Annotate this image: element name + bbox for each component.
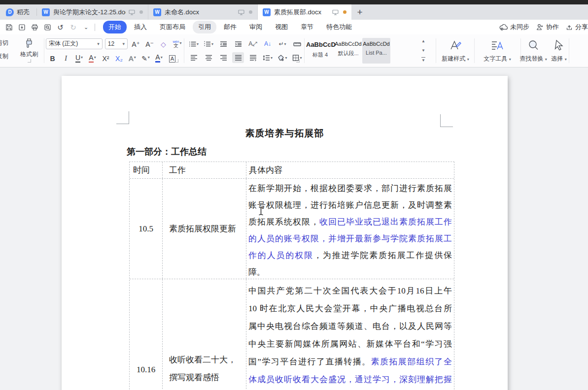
italic-button[interactable]: I [60, 52, 71, 64]
gallery-scrollbar: ▲ ▼ ▼ [418, 38, 428, 64]
table-row: 10.16 收听收看二十大，撰写观看感悟 中国共产党第二十次全国代表大会于10月… [130, 279, 454, 390]
phonetic-guide-button[interactable]: wén 文 ▾ [172, 38, 183, 49]
print-preview-icon[interactable] [43, 22, 52, 32]
ribbon-toolbar: 剪切 复制 格式刷 宋体 (正文) ▾ 12 ▾ A⁺ A⁻ ◇ [0, 34, 588, 67]
shading-icon[interactable]: ▾ [277, 52, 288, 63]
menu-mailings[interactable]: 邮件 [218, 21, 242, 33]
presentation-monitor-icon[interactable] [129, 9, 135, 15]
chevron-down-icon: ▾ [179, 41, 181, 45]
new-tab-button[interactable]: + [351, 4, 368, 20]
document-page[interactable]: 素质培养与拓展部 第一部分：工作总结 时间 工作 具体内容 10.5 素质拓展权… [62, 76, 508, 390]
align-left-icon[interactable] [188, 52, 200, 63]
ruler-icon[interactable] [291, 38, 303, 49]
unsaved-dot-icon [139, 10, 143, 14]
print-icon[interactable] [31, 22, 39, 32]
header-cell-work[interactable]: 工作 [162, 162, 246, 178]
character-scale-icon[interactable]: A⤢ [247, 38, 259, 49]
numbered-list-icon[interactable]: ▾ [203, 38, 214, 49]
justify-icon[interactable] [232, 52, 244, 63]
cell-work[interactable]: 素质拓展权限更新 [162, 179, 246, 279]
font-size-select[interactable]: 12 ▾ [105, 38, 128, 49]
distribute-text-icon[interactable] [247, 52, 259, 63]
style-item-list-paragraph[interactable]: AaBbCcDd List Pa... [362, 38, 390, 64]
text-direction-icon[interactable]: A↓ [262, 38, 274, 49]
cell-detail[interactable]: 中国共产党第二十次全国代表大会于10月16日上午10 时在北京人民大会堂开幕，中… [246, 279, 454, 390]
format-painter-icon [24, 38, 34, 49]
new-style-button[interactable]: 新建样式 ▾ [438, 38, 473, 63]
cell-work[interactable]: 收听收看二十大，撰写观看感悟 [162, 279, 246, 390]
shrink-font-button[interactable]: A⁻ [144, 38, 155, 49]
margin-mark-top-right [440, 114, 453, 127]
gallery-expand-icon[interactable]: ▼ [421, 57, 425, 63]
menu-insert[interactable]: 插入 [129, 21, 152, 33]
menu-review[interactable]: 审阅 [244, 21, 268, 33]
header-cell-detail[interactable]: 具体内容 [246, 162, 454, 178]
document-tab-active[interactable]: W 素质拓展部.docx [258, 4, 351, 20]
line-break-icon[interactable]: ↵ ▾ [277, 38, 288, 49]
clipboard-dialog-launcher[interactable] [28, 59, 31, 63]
copy-button[interactable]: 复制 [0, 52, 13, 61]
document-title[interactable]: 素质培养与拓展部 [62, 127, 508, 140]
style-item-default-paragraph[interactable]: AaBbCcDd 默认段... [334, 38, 362, 64]
collaborate-button[interactable]: 协作 [536, 23, 559, 32]
docer-button[interactable]: D 稻壳 [0, 4, 36, 20]
menu-special-features[interactable]: 特色功能 [321, 21, 357, 33]
superscript-button[interactable]: X² [100, 52, 111, 64]
cell-time[interactable]: 10.16 [130, 279, 162, 390]
sync-status-button[interactable]: 未同步 [499, 23, 529, 32]
clear-format-icon[interactable]: ◇ [158, 38, 169, 49]
save-icon[interactable] [5, 22, 13, 32]
menu-page-layout[interactable]: 页面布局 [154, 21, 191, 33]
export-pdf-icon[interactable] [18, 22, 26, 32]
paragraph-dialog-launcher[interactable] [296, 59, 300, 63]
chevron-down-icon: ▾ [134, 55, 136, 60]
increase-indent-icon[interactable] [232, 38, 244, 49]
grow-font-button[interactable]: A⁺ [130, 38, 141, 49]
cut-button[interactable]: 剪切 [0, 39, 13, 47]
decrease-indent-icon[interactable] [217, 38, 229, 49]
bold-button[interactable]: B [47, 52, 58, 64]
tab-label: 未命名.docx [165, 8, 235, 17]
header-cell-time[interactable]: 时间 [130, 162, 162, 178]
menu-view[interactable]: 视图 [270, 21, 293, 33]
gallery-scroll-up-icon[interactable]: ▲ [421, 39, 425, 43]
align-right-icon[interactable] [217, 52, 229, 63]
person-add-icon [536, 24, 544, 31]
undo-icon[interactable]: ↺ [56, 22, 65, 32]
presentation-monitor-icon[interactable] [332, 9, 339, 15]
menu-references[interactable]: 引用 [193, 21, 216, 33]
cell-detail[interactable]: 在新学期开始，根据校团委要求，部门进行素质拓展账号权限梳理，进行拓培账户信息更新… [246, 179, 454, 279]
writer-doc-icon: W [153, 8, 161, 16]
line-spacing-icon[interactable]: ▾ [262, 52, 274, 63]
align-center-icon[interactable] [203, 52, 214, 63]
format-painter-button[interactable]: 格式刷 [16, 38, 42, 59]
menu-section[interactable]: 章节 [295, 21, 319, 33]
style-item-heading4[interactable]: AaBbCcD 标题 4 [306, 38, 334, 64]
section-heading[interactable]: 第一部分：工作总结 [127, 146, 207, 158]
tab-label: 舆论学期末论文-12.25.docx [53, 8, 126, 17]
sync-status-label: 未同步 [510, 23, 529, 32]
cell-time[interactable]: 10.5 [130, 179, 162, 279]
menu-home[interactable]: 开始 [103, 21, 127, 33]
font-dialog-launcher[interactable] [175, 59, 178, 63]
bullet-list-icon[interactable]: ▾ [188, 38, 200, 49]
presentation-monitor-icon[interactable] [238, 9, 244, 15]
redo-icon[interactable]: ↻ [69, 22, 77, 32]
menubar-separator [95, 24, 95, 31]
chevron-down-icon: ▾ [565, 57, 567, 62]
document-tab-2[interactable]: W 未命名.docx [148, 4, 258, 20]
chevron-down-icon: ▾ [211, 42, 213, 46]
share-button[interactable]: 分享 [566, 23, 588, 32]
phonetic-guide-icon: wén 文 [173, 40, 179, 48]
highlight-button[interactable]: ✎ ▾ [140, 52, 151, 64]
gallery-scroll-down-icon[interactable]: ▼ [421, 48, 425, 53]
strikethrough-button[interactable]: A ▾ [87, 52, 98, 64]
font-color-button[interactable]: A ▾ [153, 52, 165, 64]
underline-button[interactable]: U ▾ [73, 52, 85, 64]
text-effects-button[interactable]: A ▾ [127, 52, 138, 64]
font-family-select[interactable]: 宋体 (正文) ▾ [46, 38, 103, 49]
subscript-button[interactable]: X₂ [113, 52, 125, 64]
table-row: 10.5 素质拓展权限更新 在新学期开始，根据校团委要求，部门进行素质拓展账号权… [130, 178, 454, 279]
customize-toolbar-icon[interactable]: ⌄ [82, 22, 90, 32]
document-tab-1[interactable]: W 舆论学期末论文-12.25.docx [37, 4, 148, 20]
